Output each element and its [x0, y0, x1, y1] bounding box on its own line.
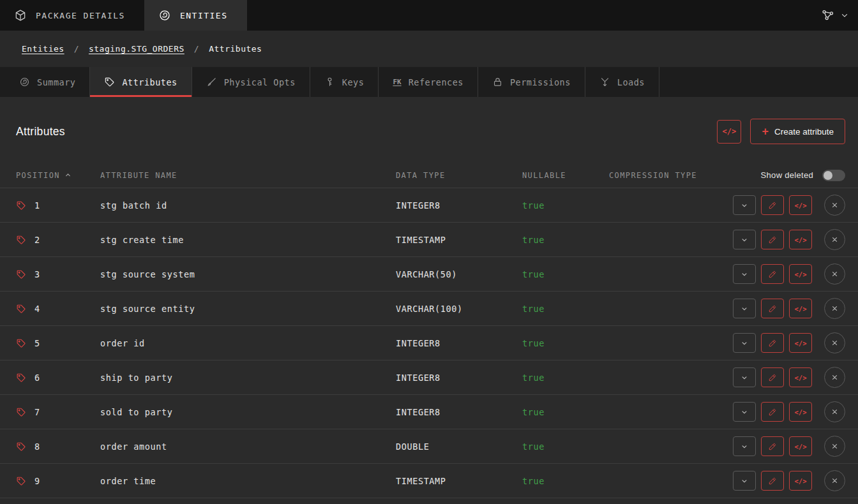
attribute-data-type: INTEGER8: [396, 407, 522, 417]
breadcrumb-current: Attributes: [209, 44, 262, 54]
position-cell: 4: [16, 304, 100, 314]
attribute-code-button[interactable]: [789, 333, 812, 353]
entity-icon: [158, 9, 171, 22]
breadcrumb: Entities / staging.STG_ORDERS / Attribut…: [0, 31, 858, 67]
expand-row-button[interactable]: [733, 230, 756, 249]
attribute-code-button[interactable]: [789, 436, 812, 456]
position-cell: 8: [16, 441, 100, 452]
tab-permissions-label: Permissions: [510, 77, 571, 87]
row-actions: [726, 401, 845, 422]
tab-package-details[interactable]: PACKAGE DETAILS: [0, 0, 144, 31]
attribute-code-button[interactable]: [789, 402, 812, 422]
tab-references[interactable]: FK References: [379, 67, 478, 97]
tab-summary-label: Summary: [37, 77, 75, 87]
attribute-tag-icon: [16, 476, 26, 486]
expand-row-button[interactable]: [733, 299, 756, 318]
attribute-position: 1: [34, 200, 40, 211]
breadcrumb-entity-link[interactable]: staging.STG_ORDERS: [89, 44, 184, 54]
tab-keys[interactable]: Keys: [310, 67, 379, 97]
expand-row-button[interactable]: [733, 367, 756, 387]
column-header-attribute-name: ATTRIBUTE NAME: [100, 171, 396, 180]
expand-row-button[interactable]: [733, 471, 756, 491]
edit-attribute-button[interactable]: [761, 299, 784, 318]
row-actions: [726, 436, 845, 457]
edit-attribute-button[interactable]: [761, 195, 784, 215]
delete-attribute-button[interactable]: [824, 332, 845, 353]
tab-attributes[interactable]: Attributes: [90, 67, 192, 97]
expand-row-button[interactable]: [733, 333, 756, 353]
row-actions: [726, 298, 845, 319]
edit-attribute-button[interactable]: [761, 402, 784, 422]
attribute-code-button[interactable]: [789, 299, 812, 318]
edit-attribute-button[interactable]: [761, 436, 784, 456]
code-icon: [795, 477, 807, 485]
delete-attribute-button[interactable]: [824, 298, 845, 319]
attribute-nullable: true: [522, 269, 609, 279]
attribute-tag-icon: [16, 304, 26, 314]
delete-attribute-button[interactable]: [824, 470, 845, 491]
edit-attribute-button[interactable]: [761, 230, 784, 249]
position-cell: 2: [16, 235, 100, 245]
code-icon: [795, 443, 807, 450]
column-header-data-type: DATA TYPE: [396, 171, 522, 180]
column-header-nullable: NULLABLE: [522, 171, 609, 180]
position-cell: 5: [16, 338, 100, 348]
expand-row-button[interactable]: [733, 264, 756, 284]
attribute-tag-icon: [16, 373, 26, 383]
edit-attribute-button[interactable]: [761, 333, 784, 353]
view-code-button[interactable]: [717, 120, 741, 144]
edit-attribute-button[interactable]: [761, 264, 784, 284]
attribute-row: 4 stg_source_entity VARCHAR(100) true: [0, 292, 858, 326]
header-actions: + Create attribute: [717, 119, 845, 144]
breadcrumb-entities-link[interactable]: Entities: [22, 44, 64, 54]
attribute-code-button[interactable]: [789, 264, 812, 284]
column-header-compression-type: COMPRESSION TYPE: [609, 171, 726, 180]
attribute-code-button[interactable]: [789, 195, 812, 215]
tab-summary[interactable]: Summary: [0, 67, 90, 97]
attribute-name: stg_create_time: [100, 235, 396, 245]
tab-physical-opts[interactable]: Physical Opts: [192, 67, 310, 97]
attribute-position: 2: [34, 235, 40, 245]
attribute-code-button[interactable]: [789, 471, 812, 491]
attribute-code-button[interactable]: [789, 367, 812, 387]
expand-row-button[interactable]: [733, 436, 756, 456]
show-deleted-toggle[interactable]: [822, 170, 845, 181]
tab-loads-label: Loads: [617, 77, 645, 87]
code-icon: [723, 127, 737, 136]
create-attribute-label: Create attribute: [774, 127, 834, 137]
content-header: Attributes + Create attribute: [0, 119, 858, 144]
edit-attribute-button[interactable]: [761, 367, 784, 387]
tab-attributes-label: Attributes: [122, 77, 177, 87]
lock-icon: [492, 77, 503, 87]
code-icon: [795, 236, 807, 244]
attribute-tag-icon: [16, 269, 26, 279]
attribute-position: 5: [34, 338, 40, 348]
connections-menu[interactable]: [812, 0, 858, 31]
tab-loads[interactable]: Loads: [585, 67, 659, 97]
attribute-code-button[interactable]: [789, 230, 812, 249]
expand-row-button[interactable]: [733, 402, 756, 422]
delete-attribute-button[interactable]: [824, 229, 845, 250]
attribute-nullable: true: [522, 304, 609, 314]
delete-attribute-button[interactable]: [824, 195, 845, 216]
edit-attribute-button[interactable]: [761, 471, 784, 491]
delete-attribute-button[interactable]: [824, 263, 845, 285]
tab-permissions[interactable]: Permissions: [478, 67, 585, 97]
breadcrumb-separator: /: [74, 44, 79, 54]
tab-entities[interactable]: ENTITIES: [144, 0, 247, 31]
attribute-name: stg_batch_id: [100, 200, 396, 211]
expand-row-button[interactable]: [733, 195, 756, 215]
column-header-position-label: POSITION: [16, 171, 60, 180]
attribute-name: ship_to_party: [100, 373, 396, 383]
sort-asc-icon: [64, 172, 72, 179]
tab-references-label: References: [409, 77, 463, 87]
delete-attribute-button[interactable]: [824, 367, 845, 388]
delete-attribute-button[interactable]: [824, 436, 845, 457]
column-header-position[interactable]: POSITION: [16, 171, 100, 180]
row-actions: [726, 332, 845, 353]
delete-attribute-button[interactable]: [824, 401, 845, 422]
fk-icon: FK: [393, 78, 401, 86]
key-icon: [324, 77, 335, 87]
row-actions: [726, 263, 845, 285]
create-attribute-button[interactable]: + Create attribute: [750, 119, 845, 144]
